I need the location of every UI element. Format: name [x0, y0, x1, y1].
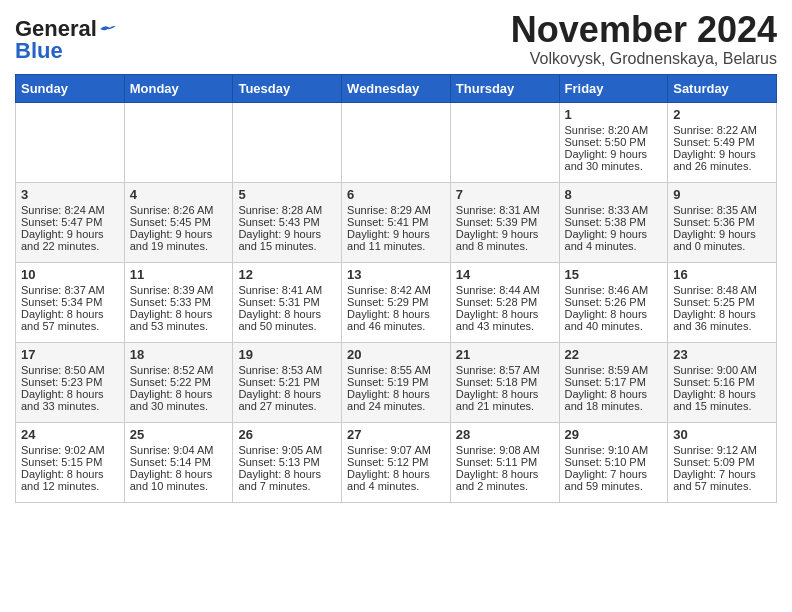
calendar-cell: 14Sunrise: 8:44 AMSunset: 5:28 PMDayligh…	[450, 262, 559, 342]
day-info: and 11 minutes.	[347, 240, 445, 252]
header-sunday: Sunday	[16, 74, 125, 102]
calendar-cell: 5Sunrise: 8:28 AMSunset: 5:43 PMDaylight…	[233, 182, 342, 262]
calendar-cell: 27Sunrise: 9:07 AMSunset: 5:12 PMDayligh…	[342, 422, 451, 502]
day-number: 8	[565, 187, 663, 202]
day-info: and 36 minutes.	[673, 320, 771, 332]
calendar-cell: 20Sunrise: 8:55 AMSunset: 5:19 PMDayligh…	[342, 342, 451, 422]
day-info: Daylight: 8 hours	[130, 308, 228, 320]
day-info: Sunset: 5:34 PM	[21, 296, 119, 308]
day-info: Daylight: 7 hours	[565, 468, 663, 480]
day-number: 21	[456, 347, 554, 362]
day-info: Sunset: 5:18 PM	[456, 376, 554, 388]
day-info: Sunrise: 8:48 AM	[673, 284, 771, 296]
day-number: 11	[130, 267, 228, 282]
day-info: Sunrise: 8:44 AM	[456, 284, 554, 296]
day-info: and 4 minutes.	[565, 240, 663, 252]
day-info: Sunset: 5:13 PM	[238, 456, 336, 468]
day-number: 30	[673, 427, 771, 442]
week-row-2: 3Sunrise: 8:24 AMSunset: 5:47 PMDaylight…	[16, 182, 777, 262]
day-info: and 4 minutes.	[347, 480, 445, 492]
day-info: and 30 minutes.	[130, 400, 228, 412]
day-info: Daylight: 8 hours	[21, 468, 119, 480]
header: General Blue November 2024 Volkovysk, Gr…	[15, 10, 777, 68]
day-info: Sunset: 5:39 PM	[456, 216, 554, 228]
day-info: Sunset: 5:28 PM	[456, 296, 554, 308]
calendar-cell: 16Sunrise: 8:48 AMSunset: 5:25 PMDayligh…	[668, 262, 777, 342]
day-info: Sunset: 5:50 PM	[565, 136, 663, 148]
calendar-cell	[233, 102, 342, 182]
calendar-cell: 15Sunrise: 8:46 AMSunset: 5:26 PMDayligh…	[559, 262, 668, 342]
calendar-cell: 9Sunrise: 8:35 AMSunset: 5:36 PMDaylight…	[668, 182, 777, 262]
header-friday: Friday	[559, 74, 668, 102]
calendar-cell	[342, 102, 451, 182]
day-info: and 10 minutes.	[130, 480, 228, 492]
calendar-cell: 7Sunrise: 8:31 AMSunset: 5:39 PMDaylight…	[450, 182, 559, 262]
day-info: Daylight: 9 hours	[347, 228, 445, 240]
header-saturday: Saturday	[668, 74, 777, 102]
calendar-cell: 13Sunrise: 8:42 AMSunset: 5:29 PMDayligh…	[342, 262, 451, 342]
day-info: Daylight: 8 hours	[456, 308, 554, 320]
day-number: 9	[673, 187, 771, 202]
calendar-cell: 17Sunrise: 8:50 AMSunset: 5:23 PMDayligh…	[16, 342, 125, 422]
day-info: Daylight: 9 hours	[238, 228, 336, 240]
day-number: 25	[130, 427, 228, 442]
day-info: and 15 minutes.	[673, 400, 771, 412]
week-row-3: 10Sunrise: 8:37 AMSunset: 5:34 PMDayligh…	[16, 262, 777, 342]
calendar-cell: 3Sunrise: 8:24 AMSunset: 5:47 PMDaylight…	[16, 182, 125, 262]
day-info: Daylight: 8 hours	[347, 388, 445, 400]
calendar-cell: 12Sunrise: 8:41 AMSunset: 5:31 PMDayligh…	[233, 262, 342, 342]
calendar-cell: 4Sunrise: 8:26 AMSunset: 5:45 PMDaylight…	[124, 182, 233, 262]
day-info: Sunrise: 8:57 AM	[456, 364, 554, 376]
day-info: Sunset: 5:23 PM	[21, 376, 119, 388]
day-number: 28	[456, 427, 554, 442]
day-info: and 12 minutes.	[21, 480, 119, 492]
day-info: Daylight: 8 hours	[347, 468, 445, 480]
day-info: Sunrise: 8:20 AM	[565, 124, 663, 136]
day-info: Daylight: 8 hours	[238, 388, 336, 400]
day-info: Sunset: 5:22 PM	[130, 376, 228, 388]
calendar-cell: 6Sunrise: 8:29 AMSunset: 5:41 PMDaylight…	[342, 182, 451, 262]
day-info: Daylight: 8 hours	[565, 308, 663, 320]
day-number: 14	[456, 267, 554, 282]
day-info: Sunset: 5:15 PM	[21, 456, 119, 468]
day-info: and 27 minutes.	[238, 400, 336, 412]
day-info: Sunset: 5:26 PM	[565, 296, 663, 308]
calendar-cell: 23Sunrise: 9:00 AMSunset: 5:16 PMDayligh…	[668, 342, 777, 422]
day-info: and 33 minutes.	[21, 400, 119, 412]
day-info: Sunset: 5:38 PM	[565, 216, 663, 228]
day-info: and 24 minutes.	[347, 400, 445, 412]
day-info: Daylight: 8 hours	[130, 388, 228, 400]
day-number: 1	[565, 107, 663, 122]
day-number: 16	[673, 267, 771, 282]
day-info: Sunrise: 9:02 AM	[21, 444, 119, 456]
day-info: Sunset: 5:36 PM	[673, 216, 771, 228]
day-number: 10	[21, 267, 119, 282]
day-info: Sunrise: 8:46 AM	[565, 284, 663, 296]
calendar-body: 1Sunrise: 8:20 AMSunset: 5:50 PMDaylight…	[16, 102, 777, 502]
day-info: Sunset: 5:17 PM	[565, 376, 663, 388]
day-info: Sunrise: 9:07 AM	[347, 444, 445, 456]
day-number: 24	[21, 427, 119, 442]
day-info: Sunset: 5:31 PM	[238, 296, 336, 308]
day-info: Sunset: 5:33 PM	[130, 296, 228, 308]
day-info: Daylight: 8 hours	[565, 388, 663, 400]
calendar-cell	[16, 102, 125, 182]
calendar-cell: 24Sunrise: 9:02 AMSunset: 5:15 PMDayligh…	[16, 422, 125, 502]
week-row-4: 17Sunrise: 8:50 AMSunset: 5:23 PMDayligh…	[16, 342, 777, 422]
calendar-header: SundayMondayTuesdayWednesdayThursdayFrid…	[16, 74, 777, 102]
day-info: Sunrise: 9:04 AM	[130, 444, 228, 456]
calendar-cell: 25Sunrise: 9:04 AMSunset: 5:14 PMDayligh…	[124, 422, 233, 502]
day-number: 13	[347, 267, 445, 282]
calendar-cell: 21Sunrise: 8:57 AMSunset: 5:18 PMDayligh…	[450, 342, 559, 422]
day-info: and 0 minutes.	[673, 240, 771, 252]
week-row-5: 24Sunrise: 9:02 AMSunset: 5:15 PMDayligh…	[16, 422, 777, 502]
day-info: Daylight: 9 hours	[673, 228, 771, 240]
day-info: Sunrise: 8:55 AM	[347, 364, 445, 376]
day-info: Sunset: 5:29 PM	[347, 296, 445, 308]
day-info: Sunrise: 8:24 AM	[21, 204, 119, 216]
day-number: 15	[565, 267, 663, 282]
day-number: 5	[238, 187, 336, 202]
day-info: and 53 minutes.	[130, 320, 228, 332]
day-info: Sunset: 5:19 PM	[347, 376, 445, 388]
week-row-1: 1Sunrise: 8:20 AMSunset: 5:50 PMDaylight…	[16, 102, 777, 182]
